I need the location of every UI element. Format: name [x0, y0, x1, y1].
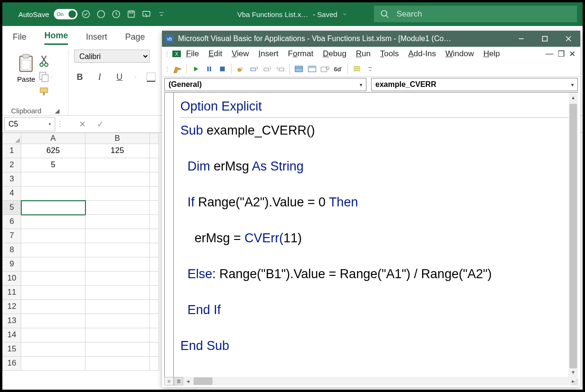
menu-window[interactable]: Window: [441, 49, 478, 59]
excel-titlebar: AutoSave On Vba Functions List.x… - Save…: [2, 2, 583, 26]
menu-insert[interactable]: Insert: [254, 49, 283, 59]
autosave-toggle[interactable]: AutoSave On: [18, 9, 77, 19]
menu-debug[interactable]: Debug: [318, 49, 351, 59]
resize-grip-icon[interactable]: [572, 379, 578, 385]
code-editor[interactable]: Option Explicit Sub example_CVERR() Dim …: [173, 92, 578, 377]
svg-text:6ď: 6ď: [334, 66, 342, 72]
watch-window-icon[interactable]: [320, 63, 331, 75]
grid[interactable]: A B 1625125 25 3 4 5 6 7 8 9 10 11 12 13…: [2, 133, 162, 390]
menu-view[interactable]: View: [227, 49, 254, 59]
underline-dropdown-icon[interactable]: [134, 75, 137, 79]
object-dropdown[interactable]: (General)▾: [164, 78, 366, 91]
undo-history-icon[interactable]: [110, 8, 123, 20]
close-button[interactable]: [557, 31, 580, 47]
tab-home[interactable]: Home: [44, 31, 68, 45]
presentation-icon[interactable]: [140, 8, 153, 20]
horizontal-scrollbar[interactable]: ≡ ≣ ◂ ▸: [164, 377, 578, 385]
select-all-corner[interactable]: [2, 133, 21, 144]
name-box[interactable]: C5▾: [4, 117, 55, 131]
svg-point-28: [237, 68, 241, 72]
col-header-A[interactable]: A: [21, 133, 85, 144]
svg-point-11: [44, 63, 48, 67]
copy-icon: [39, 72, 49, 82]
step-over-icon[interactable]: [262, 63, 273, 75]
svg-line-38: [329, 69, 330, 70]
cell-A5-selected[interactable]: [21, 201, 85, 215]
cell-B1[interactable]: 125: [85, 144, 150, 158]
quick-watch-icon[interactable]: 6ď: [333, 63, 344, 75]
svg-rect-3: [128, 11, 134, 17]
col-header-B[interactable]: B: [85, 133, 150, 144]
customize-qat-icon[interactable]: [155, 8, 168, 20]
format-painter-icon[interactable]: [39, 87, 51, 96]
file-title: Vba Functions List.x…: [237, 10, 308, 18]
breakpoint-icon[interactable]: [235, 63, 246, 75]
svg-rect-31: [279, 68, 284, 71]
menu-tools[interactable]: Tools: [375, 49, 404, 59]
menu-format[interactable]: Format: [283, 49, 318, 59]
svg-text:vb: vb: [167, 36, 172, 42]
vbe-titlebar[interactable]: vb Microsoft Visual Basic for Applicatio…: [162, 31, 580, 47]
step-out-icon[interactable]: [275, 63, 286, 75]
tab-insert[interactable]: Insert: [86, 32, 107, 45]
immediate-window-icon[interactable]: [306, 63, 318, 75]
menu-run[interactable]: Run: [351, 49, 375, 59]
maximize-button[interactable]: [533, 31, 557, 47]
search-box[interactable]: [374, 6, 577, 22]
design-mode-icon[interactable]: [172, 63, 183, 75]
svg-rect-32: [295, 66, 303, 72]
run-icon[interactable]: [190, 63, 202, 75]
border-button[interactable]: [146, 72, 156, 82]
pause-icon[interactable]: [203, 63, 215, 75]
tab-file[interactable]: File: [13, 32, 26, 45]
svg-rect-40: [354, 66, 360, 68]
mdi-close-icon[interactable]: ✕: [568, 50, 577, 58]
bold-button[interactable]: B: [74, 71, 85, 83]
italic-button[interactable]: I: [94, 71, 105, 83]
autosave-label: AutoSave: [18, 10, 49, 18]
menu-edit[interactable]: Edit: [203, 49, 227, 59]
procedure-view-icon[interactable]: ≡: [164, 377, 174, 385]
underline-button[interactable]: U: [114, 71, 125, 83]
clipboard-launcher[interactable]: ◢: [55, 107, 59, 114]
procedure-dropdown[interactable]: example_CVERR▾: [371, 78, 578, 91]
toolbar-dropdown-icon[interactable]: [365, 63, 376, 75]
stop-icon[interactable]: [217, 63, 228, 75]
clipboard-icon: [17, 53, 34, 73]
mdi-restore-icon[interactable]: ❐: [557, 50, 565, 58]
vertical-scrollbar[interactable]: ▴ ▾: [568, 93, 578, 377]
search-icon: [380, 9, 390, 19]
excel-icon[interactable]: X: [172, 49, 181, 59]
clipboard-group: Paste Clipboard◢: [2, 50, 68, 115]
enter-formula-icon[interactable]: ✓: [91, 117, 109, 131]
step-into-icon[interactable]: [248, 63, 260, 75]
font-name-select[interactable]: Calibri: [74, 50, 150, 63]
svg-rect-25: [207, 67, 209, 71]
mdi-minimize-icon[interactable]: —: [545, 50, 554, 58]
call-stack-icon[interactable]: [351, 63, 363, 75]
cell-A1[interactable]: 625: [21, 144, 85, 158]
svg-rect-43: [368, 67, 372, 68]
paste-button[interactable]: Paste: [17, 53, 35, 89]
menu-addins[interactable]: Add-Ins: [404, 49, 441, 59]
check-circle-icon[interactable]: [79, 8, 93, 20]
full-module-view-icon[interactable]: ≣: [174, 377, 183, 385]
svg-rect-9: [22, 60, 30, 69]
save-icon[interactable]: [125, 8, 138, 20]
code-gutter: [164, 92, 173, 377]
cell-A2[interactable]: 5: [21, 158, 85, 172]
search-input[interactable]: [397, 9, 571, 19]
minimize-button[interactable]: [509, 31, 533, 47]
menu-file[interactable]: File: [181, 49, 203, 59]
vbe-menubar: ⋮ X File Edit View Insert Format Debug R…: [162, 47, 580, 61]
cut-icon[interactable]: [39, 55, 49, 67]
copy-button[interactable]: [39, 72, 53, 82]
svg-rect-20: [543, 36, 547, 41]
svg-rect-42: [354, 70, 360, 71]
menu-help[interactable]: Help: [479, 49, 505, 59]
vbe-toolbar: ⋮ 6ď: [162, 61, 580, 77]
tab-page[interactable]: Page: [125, 32, 145, 45]
locals-window-icon[interactable]: [293, 63, 305, 75]
cancel-formula-icon[interactable]: ✕: [73, 117, 91, 131]
circle-icon[interactable]: [94, 8, 108, 20]
